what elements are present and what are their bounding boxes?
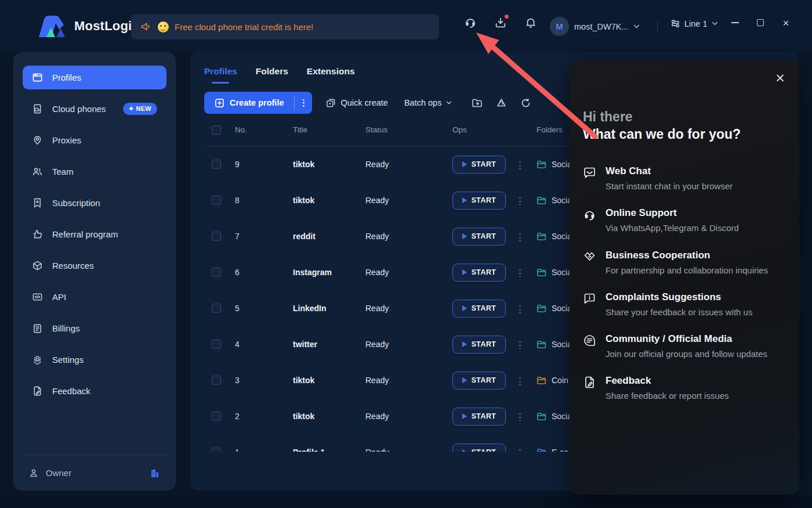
sidebar-item-referral-program[interactable]: Referral program bbox=[23, 222, 166, 246]
sidebar-footer: Owner bbox=[23, 455, 166, 491]
row-checkbox[interactable] bbox=[212, 304, 221, 313]
play-icon bbox=[462, 377, 467, 383]
folder-icon bbox=[536, 412, 546, 421]
sidebar: Profiles Cloud phones ✦ NEW Proxies Team… bbox=[13, 52, 176, 491]
user-menu[interactable]: M most_DW7K... bbox=[550, 17, 640, 36]
quick-create-button[interactable]: Quick create bbox=[326, 98, 387, 108]
app-window: MostLogin Free cloud phone trial credit … bbox=[0, 0, 812, 508]
play-icon bbox=[462, 197, 467, 203]
minimize-button[interactable] bbox=[730, 17, 740, 28]
network-line-icon bbox=[670, 19, 680, 28]
start-button[interactable]: START bbox=[452, 192, 506, 210]
line-selector[interactable]: Line 1 bbox=[670, 19, 718, 28]
row-checkbox[interactable] bbox=[212, 268, 221, 277]
support-headset-icon[interactable] bbox=[464, 16, 477, 29]
comment-info-icon bbox=[583, 292, 596, 305]
row-checkbox[interactable] bbox=[212, 340, 221, 349]
sidebar-item-api[interactable]: API bbox=[23, 285, 166, 309]
recycle-bin-icon[interactable] bbox=[496, 98, 507, 109]
thumbs-up-icon bbox=[32, 229, 43, 240]
panel-item-complaints-suggestions[interactable]: Complaints SuggestionsShare your feedbac… bbox=[583, 291, 783, 318]
row-checkbox[interactable] bbox=[212, 160, 221, 169]
create-profile-more-icon[interactable]: ⋮ bbox=[295, 98, 312, 108]
select-all-checkbox[interactable] bbox=[212, 125, 221, 135]
col-no: No. bbox=[235, 125, 293, 134]
owner-role-label: Owner bbox=[46, 468, 71, 478]
chevron-down-icon bbox=[712, 20, 718, 27]
sidebar-item-profiles[interactable]: Profiles bbox=[23, 66, 166, 89]
plus-square-icon bbox=[215, 98, 224, 108]
refresh-icon[interactable] bbox=[520, 98, 531, 109]
row-checkbox[interactable] bbox=[212, 196, 221, 205]
download-badge-dot bbox=[505, 15, 509, 19]
play-icon bbox=[462, 305, 467, 311]
batch-ops-dropdown[interactable]: Batch ops bbox=[404, 98, 452, 107]
row-more-icon[interactable]: ⋮ bbox=[516, 304, 524, 314]
maximize-button[interactable] bbox=[755, 17, 766, 28]
person-icon bbox=[28, 468, 39, 478]
create-profile-button[interactable]: Create profile ⋮ bbox=[204, 92, 312, 114]
sidebar-item-subscription[interactable]: Subscription bbox=[23, 191, 166, 215]
handshake-icon bbox=[583, 250, 596, 264]
panel-item-business-cooperation[interactable]: Business CooperationFor partnership and … bbox=[583, 250, 783, 276]
panel-item-web-chat[interactable]: Web ChatStart instant chat in your brows… bbox=[583, 165, 783, 192]
panel-item-community-official-media[interactable]: Community / Official MediaJoin our offic… bbox=[583, 333, 783, 360]
row-more-icon[interactable]: ⋮ bbox=[516, 376, 524, 385]
sidebar-item-feedback[interactable]: Feedback bbox=[23, 379, 166, 403]
support-panel: ✕ Hi there What can we do for you? Web C… bbox=[570, 60, 799, 495]
proxies-pin-icon bbox=[32, 135, 43, 146]
row-more-icon[interactable]: ⋮ bbox=[516, 340, 524, 350]
panel-item-online-support[interactable]: Online SupportVia WhatsApp,Telegram & Di… bbox=[583, 207, 783, 234]
cube-icon bbox=[32, 260, 43, 271]
start-button[interactable]: START bbox=[452, 372, 506, 390]
row-more-icon[interactable]: ⋮ bbox=[516, 448, 524, 452]
row-more-icon[interactable]: ⋮ bbox=[516, 232, 524, 242]
row-checkbox[interactable] bbox=[212, 412, 221, 421]
row-more-icon[interactable]: ⋮ bbox=[516, 160, 524, 170]
tab-folders[interactable]: Folders bbox=[256, 66, 288, 84]
close-icon[interactable]: ✕ bbox=[774, 72, 786, 85]
notifications-bell-icon[interactable] bbox=[524, 16, 537, 29]
play-icon bbox=[462, 269, 467, 275]
sidebar-item-proxies[interactable]: Proxies bbox=[23, 128, 166, 152]
folder-icon bbox=[536, 448, 546, 452]
start-button[interactable]: START bbox=[452, 156, 506, 174]
row-more-icon[interactable]: ⋮ bbox=[516, 412, 524, 421]
row-checkbox[interactable] bbox=[212, 376, 221, 385]
play-icon bbox=[462, 233, 467, 239]
download-icon[interactable] bbox=[494, 16, 507, 29]
new-badge: ✦ NEW bbox=[123, 103, 157, 115]
sidebar-item-settings[interactable]: Settings bbox=[23, 348, 166, 372]
folder-move-icon[interactable] bbox=[472, 98, 483, 109]
start-button[interactable]: START bbox=[452, 444, 506, 452]
row-more-icon[interactable]: ⋮ bbox=[516, 268, 524, 278]
chevron-down-icon bbox=[446, 100, 452, 106]
tab-extensions[interactable]: Extensions bbox=[307, 66, 355, 84]
row-checkbox[interactable] bbox=[212, 232, 221, 241]
row-more-icon[interactable]: ⋮ bbox=[516, 196, 524, 206]
start-button[interactable]: START bbox=[452, 408, 506, 426]
play-icon bbox=[462, 449, 467, 452]
start-button[interactable]: START bbox=[452, 336, 506, 354]
col-ops: Ops bbox=[452, 125, 536, 134]
banner-text: Free cloud phone trial credit is here! bbox=[175, 22, 313, 32]
sidebar-item-cloud-phones[interactable]: Cloud phones ✦ NEW bbox=[23, 97, 166, 121]
start-button[interactable]: START bbox=[452, 228, 506, 246]
tab-profiles[interactable]: Profiles bbox=[204, 66, 237, 84]
start-button[interactable]: START bbox=[452, 264, 506, 282]
web-chat-icon bbox=[583, 166, 596, 179]
building-icon[interactable] bbox=[149, 467, 161, 479]
team-icon bbox=[32, 166, 43, 177]
sidebar-item-resources[interactable]: Resources bbox=[23, 254, 166, 278]
sidebar-item-billings[interactable]: Billings bbox=[23, 316, 166, 340]
chevron-down-icon bbox=[633, 23, 640, 30]
sidebar-item-team[interactable]: Team bbox=[23, 160, 166, 183]
row-checkbox[interactable] bbox=[212, 448, 221, 452]
app-name: MostLogin bbox=[74, 19, 140, 34]
window-bottom-strip bbox=[0, 495, 812, 508]
community-media-icon bbox=[583, 334, 596, 347]
panel-item-feedback[interactable]: FeedbackShare feedback or report issues bbox=[583, 375, 783, 402]
promo-banner[interactable]: Free cloud phone trial credit is here! bbox=[131, 14, 439, 39]
start-button[interactable]: START bbox=[452, 300, 506, 318]
close-button[interactable]: × bbox=[781, 17, 791, 28]
